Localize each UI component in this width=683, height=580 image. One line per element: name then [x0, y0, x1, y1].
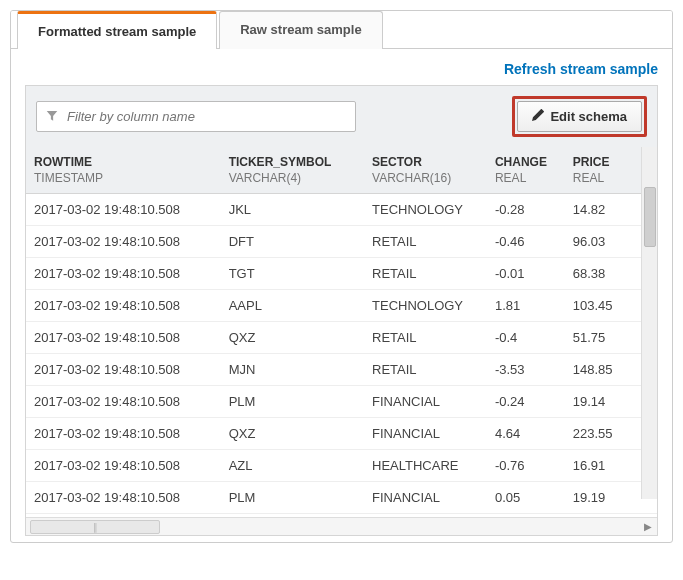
cell-rowtime: 2017-03-02 19:48:10.508 — [26, 194, 221, 226]
tab-content: Refresh stream sample Edit schema — [11, 49, 672, 542]
col-change[interactable]: CHANGE REAL — [487, 147, 565, 194]
cell-rowtime: 2017-03-02 19:48:10.508 — [26, 450, 221, 482]
cell-ticker: QXZ — [221, 418, 364, 450]
cell-sector: RETAIL — [364, 226, 487, 258]
cell-sector: RETAIL — [364, 354, 487, 386]
cell-ticker: DFT — [221, 226, 364, 258]
cell-change: 4.64 — [487, 418, 565, 450]
cell-sector: FINANCIAL — [364, 418, 487, 450]
filter-icon — [46, 109, 58, 124]
edit-schema-button[interactable]: Edit schema — [517, 101, 642, 132]
cell-ticker: AAPL — [221, 290, 364, 322]
cell-change: -0.24 — [487, 386, 565, 418]
cell-change: -0.4 — [487, 322, 565, 354]
table-row: 2017-03-02 19:48:10.508TGTRETAIL-0.0168.… — [26, 258, 657, 290]
edit-schema-highlight: Edit schema — [512, 96, 647, 137]
cell-price: 19.19 — [565, 482, 639, 514]
tabs: Formatted stream sample Raw stream sampl… — [11, 11, 672, 49]
cell-sector: FINANCIAL — [364, 482, 487, 514]
toolbar: Edit schema — [25, 85, 658, 147]
cell-price: 19.14 — [565, 386, 639, 418]
cell-rowtime: 2017-03-02 19:48:10.508 — [26, 482, 221, 514]
table-row: 2017-03-02 19:48:10.508MJNRETAIL-3.53148… — [26, 354, 657, 386]
horizontal-scrollbar-thumb[interactable] — [30, 520, 160, 534]
cell-price: 103.45 — [565, 290, 639, 322]
col-type: TIMESTAMP — [34, 171, 213, 185]
filter-input[interactable] — [36, 101, 356, 132]
cell-change: 1.81 — [487, 290, 565, 322]
cell-rowtime: 2017-03-02 19:48:10.508 — [26, 354, 221, 386]
horizontal-scrollbar[interactable]: ▶ — [26, 517, 657, 535]
cell-price: 16.91 — [565, 450, 639, 482]
cell-price: 14.82 — [565, 194, 639, 226]
cell-rowtime: 2017-03-02 19:48:10.508 — [26, 226, 221, 258]
table-row: 2017-03-02 19:48:10.508AAPLTECHNOLOGY1.8… — [26, 290, 657, 322]
header-row: ROWTIME TIMESTAMP TICKER_SYMBOL VARCHAR(… — [26, 147, 657, 194]
col-type: VARCHAR(4) — [229, 171, 356, 185]
cell-ticker: MJN — [221, 354, 364, 386]
data-table: ROWTIME TIMESTAMP TICKER_SYMBOL VARCHAR(… — [26, 147, 657, 517]
col-type: REAL — [495, 171, 557, 185]
cell-sector: TECHNOLOGY — [364, 290, 487, 322]
table-row: 2017-03-02 19:48:10.508PLMFINANCIAL-0.24… — [26, 386, 657, 418]
topbar: Refresh stream sample — [25, 61, 658, 77]
col-sector[interactable]: SECTOR VARCHAR(16) — [364, 147, 487, 194]
cell-change: -0.01 — [487, 258, 565, 290]
edit-schema-label: Edit schema — [550, 109, 627, 124]
cell-rowtime: 2017-03-02 19:48:10.508 — [26, 258, 221, 290]
cell-change: -3.53 — [487, 354, 565, 386]
col-name: CHANGE — [495, 155, 557, 169]
cell-price: 148.85 — [565, 354, 639, 386]
cell-ticker: PLM — [221, 482, 364, 514]
col-name: TICKER_SYMBOL — [229, 155, 356, 169]
cell-rowtime: 2017-03-02 19:48:10.508 — [26, 322, 221, 354]
table-viewport: ROWTIME TIMESTAMP TICKER_SYMBOL VARCHAR(… — [25, 147, 658, 536]
table-scroll-area: ROWTIME TIMESTAMP TICKER_SYMBOL VARCHAR(… — [26, 147, 657, 517]
col-ticker[interactable]: TICKER_SYMBOL VARCHAR(4) — [221, 147, 364, 194]
cell-change: -0.76 — [487, 450, 565, 482]
col-name: PRICE — [573, 155, 631, 169]
cell-sector: FINANCIAL — [364, 386, 487, 418]
table-row: 2017-03-02 19:48:10.508QXZFINANCIAL4.642… — [26, 418, 657, 450]
pencil-icon — [532, 109, 544, 124]
col-type: VARCHAR(16) — [372, 171, 479, 185]
cell-ticker: QXZ — [221, 322, 364, 354]
cell-ticker: TGT — [221, 258, 364, 290]
stream-sample-panel: Formatted stream sample Raw stream sampl… — [10, 10, 673, 543]
cell-rowtime: 2017-03-02 19:48:10.508 — [26, 290, 221, 322]
cell-price: 51.75 — [565, 322, 639, 354]
filter-wrap — [36, 101, 356, 132]
col-name: ROWTIME — [34, 155, 213, 169]
refresh-link[interactable]: Refresh stream sample — [504, 61, 658, 77]
col-rowtime[interactable]: ROWTIME TIMESTAMP — [26, 147, 221, 194]
table-row: 2017-03-02 19:48:10.508PLMFINANCIAL0.051… — [26, 482, 657, 514]
table-row: 2017-03-02 19:48:10.508AZLHEALTHCARE-0.7… — [26, 450, 657, 482]
cell-change: 0.05 — [487, 482, 565, 514]
cell-sector: RETAIL — [364, 322, 487, 354]
col-type: REAL — [573, 171, 631, 185]
cell-ticker: PLM — [221, 386, 364, 418]
cell-sector: RETAIL — [364, 258, 487, 290]
cell-change: -0.28 — [487, 194, 565, 226]
scrollbar-right-arrow[interactable]: ▶ — [641, 519, 655, 535]
cell-rowtime: 2017-03-02 19:48:10.508 — [26, 386, 221, 418]
col-name: SECTOR — [372, 155, 479, 169]
cell-price: 96.03 — [565, 226, 639, 258]
col-price[interactable]: PRICE REAL — [565, 147, 639, 194]
table-row: 2017-03-02 19:48:10.508DFTRETAIL-0.4696.… — [26, 226, 657, 258]
table-row: 2017-03-02 19:48:10.508JKLTECHNOLOGY-0.2… — [26, 194, 657, 226]
cell-sector: HEALTHCARE — [364, 450, 487, 482]
cell-price: 68.38 — [565, 258, 639, 290]
tab-formatted[interactable]: Formatted stream sample — [17, 11, 217, 49]
vertical-scrollbar-thumb[interactable] — [644, 187, 656, 247]
cell-change: -0.46 — [487, 226, 565, 258]
cell-ticker: AZL — [221, 450, 364, 482]
vertical-scrollbar[interactable] — [641, 147, 657, 499]
tab-raw[interactable]: Raw stream sample — [219, 11, 382, 49]
table-row: 2017-03-02 19:48:10.508QXZRETAIL-0.451.7… — [26, 322, 657, 354]
cell-rowtime: 2017-03-02 19:48:10.508 — [26, 418, 221, 450]
cell-sector: TECHNOLOGY — [364, 194, 487, 226]
cell-ticker: JKL — [221, 194, 364, 226]
cell-price: 223.55 — [565, 418, 639, 450]
